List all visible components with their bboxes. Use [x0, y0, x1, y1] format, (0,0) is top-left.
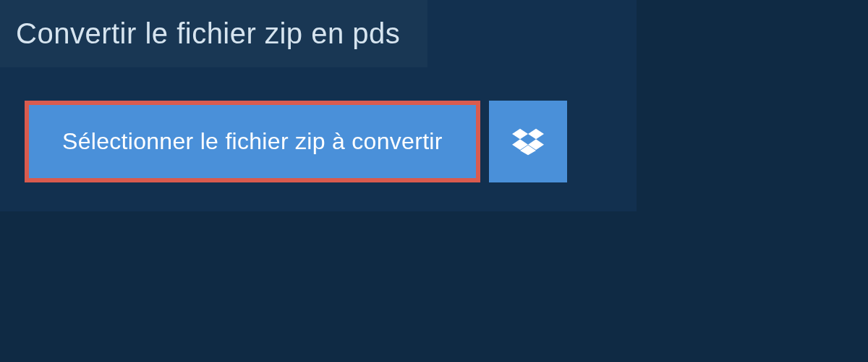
dropbox-button[interactable]: [489, 101, 567, 182]
button-row: Sélectionner le fichier zip à convertir: [25, 101, 637, 182]
select-file-button[interactable]: Sélectionner le fichier zip à convertir: [25, 101, 480, 182]
select-file-label: Sélectionner le fichier zip à convertir: [62, 128, 443, 154]
title-bar: Convertir le fichier zip en pds: [0, 0, 427, 67]
dropbox-icon: [512, 126, 544, 158]
page-title: Convertir le fichier zip en pds: [16, 17, 400, 49]
converter-panel: Convertir le fichier zip en pds Sélectio…: [0, 0, 637, 211]
